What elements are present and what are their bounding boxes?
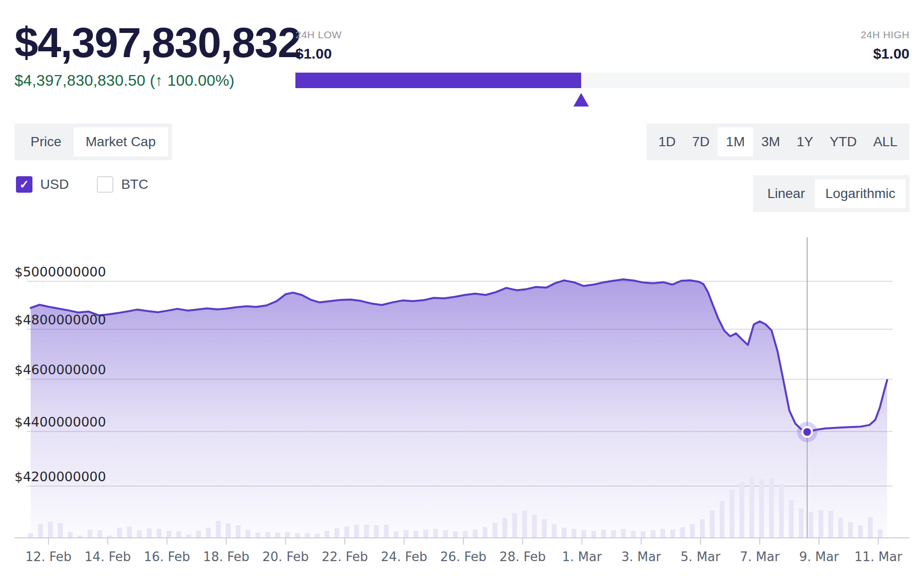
checkbox-label-usd: USD [40,177,69,192]
y-axis-label: $4400000000 [15,414,106,429]
y-axis-label: $4600000000 [15,362,106,377]
x-axis-label: 22. Feb [322,549,368,564]
volume-bar [582,530,586,537]
x-axis-label: 28. Feb [499,549,546,564]
volume-bar [829,511,833,537]
range-toggle: 1D7D1M3M1YYTDALL [647,123,909,160]
high-label: 24H HIGH [861,29,909,41]
volume-bar [562,528,567,537]
volume-bar [809,512,814,538]
volume-bar [48,522,53,538]
volume-bar [522,511,527,537]
low-label: 24H LOW [295,29,342,41]
volume-bar [502,518,507,537]
range-tab-7d[interactable]: 7D [684,127,718,156]
market-cap-value: $4,397,830,832 [15,21,301,64]
x-axis-label: 3. Mar [621,549,661,564]
volume-bar [275,533,280,537]
volume-bar [226,523,231,537]
volume-bar [542,519,547,538]
volume-bar [789,500,794,538]
unchecked-box-icon[interactable] [97,176,113,193]
volume-bar [295,533,300,537]
checkbox-btc[interactable]: BTC [97,176,148,193]
volume-bar [77,535,82,537]
volume-bar [739,482,744,537]
current-position-triangle-icon [573,93,589,107]
volume-bar [28,533,33,537]
volume-bar [779,484,784,537]
range-24h-values: $1.00 $1.00 [295,46,909,62]
volume-bar [58,523,63,537]
volume-bar [196,531,201,537]
volume-bar [364,525,369,537]
scale-tab-logarithmic[interactable]: Logarithmic [815,179,906,208]
range-tab-1d[interactable]: 1D [650,127,684,156]
volume-bar [157,529,162,538]
volume-bar [680,527,685,537]
volume-bar [818,510,823,537]
high-value: $1.00 [873,46,909,62]
volume-bar [38,524,43,538]
volume-bar [700,519,705,538]
market-cap-chart[interactable]: 12. Feb14. Feb16. Feb18. Feb20. Feb22. F… [0,213,924,580]
volume-bar [493,523,497,537]
x-axis-label: 11. Mar [854,549,902,564]
volume-bar [305,533,309,537]
volume-bar [108,535,112,537]
range-bar-track [295,73,909,88]
volume-bar [661,529,665,538]
range-bar-fill [295,73,581,88]
range-tab-3m[interactable]: 3M [753,127,788,156]
volume-bar [186,534,191,537]
checkbox-label-btc: BTC [121,177,148,192]
volume-bar [591,531,596,537]
x-axis-label: 26. Feb [440,549,487,564]
x-axis-label: 12. Feb [25,549,72,564]
volume-bar [759,479,764,537]
controls-row: PriceMarket Cap 1D7D1M3M1YYTDALL [15,123,909,160]
volume-bar [265,532,270,537]
volume-bar [730,490,735,538]
volume-bar [621,529,626,538]
volume-bar [176,532,181,538]
volume-bar [167,531,171,537]
volume-bar [512,513,517,537]
tab-market-cap[interactable]: Market Cap [74,127,168,156]
x-axis-label: 7. Mar [740,549,780,564]
volume-bar [394,532,399,538]
checked-box-icon[interactable]: ✓ [16,176,32,193]
volume-bar [463,531,468,537]
checkbox-usd[interactable]: ✓USD [16,176,69,193]
volume-bar [137,530,142,537]
market-cap-change: $4,397,830,830.50 (↑ 100.00%) [15,72,301,90]
range-tab-ytd[interactable]: YTD [821,127,865,156]
volume-bar [799,508,803,537]
volume-bar [246,530,250,537]
x-axis-label: 1. Mar [562,549,602,564]
volume-bar [117,528,122,537]
x-axis-label: 5. Mar [680,549,720,564]
x-axis-label: 18. Feb [203,549,249,564]
volume-bar [236,525,241,537]
volume-bar [878,530,883,537]
scale-tab-linear[interactable]: Linear [757,179,815,208]
volume-bar [423,530,428,537]
volume-bar [127,527,132,538]
x-axis-label: 24. Feb [381,549,428,564]
range-tab-all[interactable]: ALL [865,127,906,156]
volume-bar [335,528,339,537]
volume-bar [414,531,418,537]
range-tab-1m[interactable]: 1M [718,127,753,156]
range-tab-1y[interactable]: 1Y [788,127,821,156]
volume-bar [315,534,320,538]
header-left: $4,397,830,832 $4,397,830,830.50 (↑ 100.… [15,21,301,90]
metric-toggle: PriceMarket Cap [15,123,172,160]
volume-bar [720,501,724,537]
tab-price[interactable]: Price [18,127,74,156]
volume-bar [403,530,408,537]
x-axis-label: 9. Mar [799,549,839,564]
volume-bar [769,479,774,537]
volume-bar [453,532,458,538]
volume-bar [473,530,477,537]
